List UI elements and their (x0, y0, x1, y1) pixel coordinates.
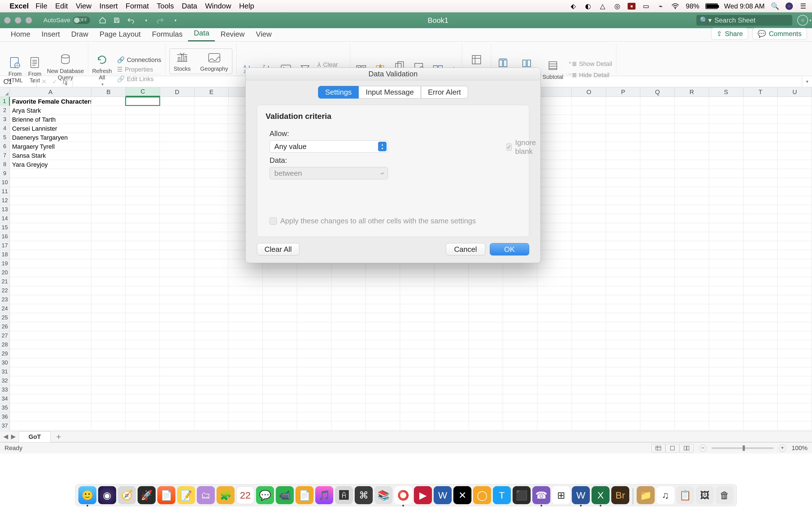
cell[interactable] (229, 394, 263, 403)
cell[interactable] (606, 322, 641, 331)
cell[interactable] (606, 295, 641, 304)
row-header[interactable]: 31 (0, 367, 10, 376)
cell[interactable] (10, 268, 91, 277)
cell[interactable] (160, 106, 194, 115)
cell[interactable] (194, 133, 229, 142)
dock-folder-icon[interactable]: 📁 (637, 486, 655, 504)
menuextra-icon-4[interactable]: ■ (627, 3, 636, 10)
cell[interactable] (366, 268, 400, 277)
cell[interactable] (125, 187, 160, 196)
cell[interactable] (366, 349, 400, 358)
cell[interactable] (194, 106, 229, 115)
cell[interactable] (744, 286, 778, 295)
cell[interactable] (640, 313, 675, 322)
cell[interactable] (91, 187, 126, 196)
cell[interactable] (777, 313, 812, 322)
col-header-A[interactable]: A (10, 87, 92, 97)
search-sheet-field[interactable]: 🔍▾ Search Sheet (696, 15, 792, 25)
cell[interactable] (229, 385, 263, 394)
cell[interactable] (777, 133, 812, 142)
battery-icon[interactable] (705, 3, 718, 9)
dock-books-icon[interactable]: 📚 (374, 486, 393, 504)
cell[interactable] (640, 169, 675, 178)
cell[interactable] (503, 286, 538, 295)
cell[interactable] (10, 412, 91, 421)
cell[interactable] (606, 394, 641, 403)
col-header-D[interactable]: D (160, 87, 195, 97)
cell[interactable] (366, 313, 400, 322)
cell[interactable] (777, 178, 812, 187)
cell[interactable] (640, 358, 675, 367)
cell[interactable] (400, 313, 435, 322)
cell[interactable] (538, 241, 572, 250)
row-header[interactable]: 18 (0, 250, 10, 259)
cell[interactable] (675, 133, 709, 142)
cell[interactable] (366, 322, 400, 331)
cell[interactable] (263, 277, 297, 286)
clear-all-button[interactable]: Clear All (257, 243, 299, 256)
cell[interactable] (640, 241, 675, 250)
tab-review[interactable]: Review (215, 27, 250, 41)
cell[interactable] (297, 304, 332, 313)
cell[interactable] (435, 277, 469, 286)
cell[interactable] (538, 340, 572, 349)
cell[interactable] (10, 169, 91, 178)
dock-app-icon[interactable]: ▶ (414, 486, 432, 504)
row-header[interactable]: 12 (0, 196, 10, 205)
cell[interactable] (91, 106, 126, 115)
cell[interactable] (469, 412, 503, 421)
cell[interactable] (366, 367, 400, 376)
row-header[interactable]: 17 (0, 241, 10, 250)
cell[interactable] (366, 304, 400, 313)
cell[interactable] (709, 313, 744, 322)
cell[interactable] (160, 403, 194, 412)
cell[interactable] (297, 376, 332, 385)
cell[interactable] (91, 394, 126, 403)
cell[interactable] (10, 322, 91, 331)
cell[interactable] (469, 313, 503, 322)
row-header[interactable]: 6 (0, 142, 10, 151)
cell[interactable] (744, 133, 778, 142)
cell[interactable] (194, 349, 229, 358)
cell[interactable] (640, 106, 675, 115)
cell[interactable] (332, 304, 366, 313)
cell[interactable] (263, 286, 297, 295)
cell[interactable] (572, 214, 606, 223)
cell[interactable] (366, 403, 400, 412)
row-header[interactable]: 29 (0, 349, 10, 358)
cell[interactable] (469, 331, 503, 340)
cell[interactable] (675, 115, 709, 124)
cell[interactable] (10, 358, 91, 367)
cell[interactable] (744, 277, 778, 286)
dock-app-icon[interactable]: 📝 (177, 486, 195, 504)
cell[interactable] (91, 349, 126, 358)
cell[interactable] (606, 304, 641, 313)
cell[interactable] (229, 403, 263, 412)
cell[interactable] (194, 250, 229, 259)
cell[interactable] (263, 385, 297, 394)
cell[interactable] (744, 295, 778, 304)
cell[interactable] (435, 394, 469, 403)
cell[interactable] (400, 331, 435, 340)
cell[interactable] (640, 250, 675, 259)
cell[interactable] (435, 403, 469, 412)
cell[interactable] (572, 286, 606, 295)
dock-app-icon[interactable]: W (434, 486, 452, 504)
cell[interactable] (640, 304, 675, 313)
cell[interactable] (469, 277, 503, 286)
cell[interactable] (777, 331, 812, 340)
undo-icon[interactable] (126, 16, 135, 24)
cell[interactable] (469, 403, 503, 412)
cell[interactable] (194, 124, 229, 133)
cell[interactable] (777, 106, 812, 115)
comments-button[interactable]: 💬Comments (752, 28, 807, 40)
cell[interactable] (675, 304, 709, 313)
cell[interactable] (777, 232, 812, 241)
cell[interactable] (400, 268, 435, 277)
cell[interactable] (709, 385, 744, 394)
cell[interactable] (229, 412, 263, 421)
cell[interactable] (160, 259, 194, 268)
select-all-corner[interactable] (0, 87, 10, 97)
row-header[interactable]: 13 (0, 205, 10, 214)
cell[interactable] (640, 187, 675, 196)
